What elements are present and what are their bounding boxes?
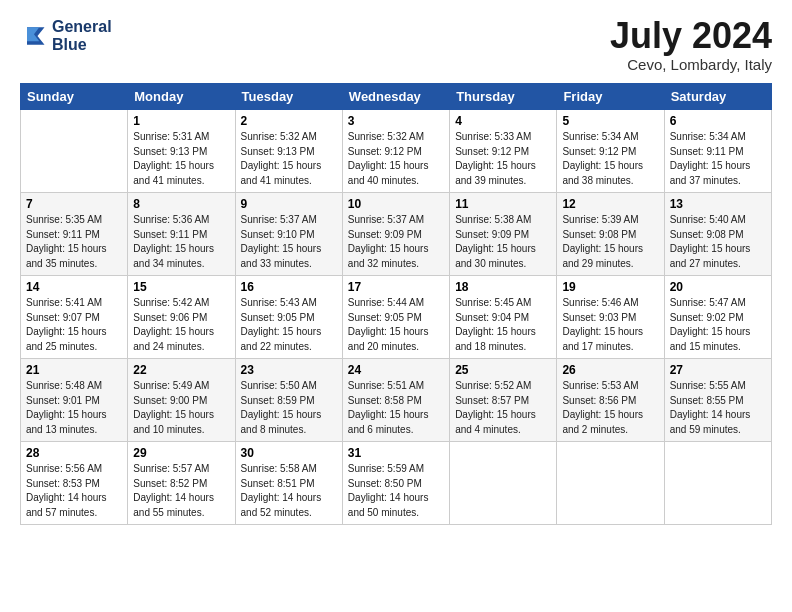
calendar-cell: 14Sunrise: 5:41 AM Sunset: 9:07 PM Dayli… (21, 276, 128, 359)
day-number: 2 (241, 114, 337, 128)
calendar-cell: 1Sunrise: 5:31 AM Sunset: 9:13 PM Daylig… (128, 110, 235, 193)
day-header-wednesday: Wednesday (342, 84, 449, 110)
day-info: Sunrise: 5:34 AM Sunset: 9:12 PM Dayligh… (562, 130, 658, 188)
day-number: 13 (670, 197, 766, 211)
day-number: 26 (562, 363, 658, 377)
day-info: Sunrise: 5:46 AM Sunset: 9:03 PM Dayligh… (562, 296, 658, 354)
day-info: Sunrise: 5:48 AM Sunset: 9:01 PM Dayligh… (26, 379, 122, 437)
day-info: Sunrise: 5:58 AM Sunset: 8:51 PM Dayligh… (241, 462, 337, 520)
calendar-cell: 16Sunrise: 5:43 AM Sunset: 9:05 PM Dayli… (235, 276, 342, 359)
day-info: Sunrise: 5:34 AM Sunset: 9:11 PM Dayligh… (670, 130, 766, 188)
calendar-cell: 26Sunrise: 5:53 AM Sunset: 8:56 PM Dayli… (557, 359, 664, 442)
calendar-cell: 28Sunrise: 5:56 AM Sunset: 8:53 PM Dayli… (21, 442, 128, 525)
day-number: 14 (26, 280, 122, 294)
calendar-cell: 6Sunrise: 5:34 AM Sunset: 9:11 PM Daylig… (664, 110, 771, 193)
day-number: 16 (241, 280, 337, 294)
calendar-cell: 7Sunrise: 5:35 AM Sunset: 9:11 PM Daylig… (21, 193, 128, 276)
calendar-cell: 4Sunrise: 5:33 AM Sunset: 9:12 PM Daylig… (450, 110, 557, 193)
day-number: 20 (670, 280, 766, 294)
calendar-cell: 15Sunrise: 5:42 AM Sunset: 9:06 PM Dayli… (128, 276, 235, 359)
day-number: 25 (455, 363, 551, 377)
day-number: 8 (133, 197, 229, 211)
day-info: Sunrise: 5:38 AM Sunset: 9:09 PM Dayligh… (455, 213, 551, 271)
calendar-cell: 20Sunrise: 5:47 AM Sunset: 9:02 PM Dayli… (664, 276, 771, 359)
day-number: 10 (348, 197, 444, 211)
day-info: Sunrise: 5:31 AM Sunset: 9:13 PM Dayligh… (133, 130, 229, 188)
calendar-cell: 30Sunrise: 5:58 AM Sunset: 8:51 PM Dayli… (235, 442, 342, 525)
day-header-friday: Friday (557, 84, 664, 110)
day-number: 7 (26, 197, 122, 211)
calendar-cell: 31Sunrise: 5:59 AM Sunset: 8:50 PM Dayli… (342, 442, 449, 525)
calendar-cell: 12Sunrise: 5:39 AM Sunset: 9:08 PM Dayli… (557, 193, 664, 276)
day-number: 5 (562, 114, 658, 128)
day-info: Sunrise: 5:59 AM Sunset: 8:50 PM Dayligh… (348, 462, 444, 520)
calendar-cell: 5Sunrise: 5:34 AM Sunset: 9:12 PM Daylig… (557, 110, 664, 193)
day-number: 27 (670, 363, 766, 377)
day-header-monday: Monday (128, 84, 235, 110)
calendar-cell: 17Sunrise: 5:44 AM Sunset: 9:05 PM Dayli… (342, 276, 449, 359)
day-info: Sunrise: 5:55 AM Sunset: 8:55 PM Dayligh… (670, 379, 766, 437)
day-number: 3 (348, 114, 444, 128)
day-number: 4 (455, 114, 551, 128)
calendar-cell: 3Sunrise: 5:32 AM Sunset: 9:12 PM Daylig… (342, 110, 449, 193)
day-info: Sunrise: 5:35 AM Sunset: 9:11 PM Dayligh… (26, 213, 122, 271)
calendar-cell: 29Sunrise: 5:57 AM Sunset: 8:52 PM Dayli… (128, 442, 235, 525)
day-info: Sunrise: 5:40 AM Sunset: 9:08 PM Dayligh… (670, 213, 766, 271)
week-row-2: 7Sunrise: 5:35 AM Sunset: 9:11 PM Daylig… (21, 193, 772, 276)
day-header-tuesday: Tuesday (235, 84, 342, 110)
week-row-4: 21Sunrise: 5:48 AM Sunset: 9:01 PM Dayli… (21, 359, 772, 442)
day-number: 29 (133, 446, 229, 460)
day-header-thursday: Thursday (450, 84, 557, 110)
day-info: Sunrise: 5:45 AM Sunset: 9:04 PM Dayligh… (455, 296, 551, 354)
calendar-cell: 18Sunrise: 5:45 AM Sunset: 9:04 PM Dayli… (450, 276, 557, 359)
day-info: Sunrise: 5:36 AM Sunset: 9:11 PM Dayligh… (133, 213, 229, 271)
day-number: 15 (133, 280, 229, 294)
day-number: 23 (241, 363, 337, 377)
day-info: Sunrise: 5:42 AM Sunset: 9:06 PM Dayligh… (133, 296, 229, 354)
logo: General Blue (20, 18, 112, 53)
day-info: Sunrise: 5:52 AM Sunset: 8:57 PM Dayligh… (455, 379, 551, 437)
day-header-saturday: Saturday (664, 84, 771, 110)
day-info: Sunrise: 5:47 AM Sunset: 9:02 PM Dayligh… (670, 296, 766, 354)
day-header-sunday: Sunday (21, 84, 128, 110)
day-info: Sunrise: 5:56 AM Sunset: 8:53 PM Dayligh… (26, 462, 122, 520)
day-info: Sunrise: 5:32 AM Sunset: 9:13 PM Dayligh… (241, 130, 337, 188)
header-row: SundayMondayTuesdayWednesdayThursdayFrid… (21, 84, 772, 110)
logo-text: General Blue (52, 18, 112, 53)
day-number: 22 (133, 363, 229, 377)
week-row-3: 14Sunrise: 5:41 AM Sunset: 9:07 PM Dayli… (21, 276, 772, 359)
day-number: 31 (348, 446, 444, 460)
calendar-cell (557, 442, 664, 525)
day-info: Sunrise: 5:39 AM Sunset: 9:08 PM Dayligh… (562, 213, 658, 271)
calendar-table: SundayMondayTuesdayWednesdayThursdayFrid… (20, 83, 772, 525)
logo-icon (20, 22, 48, 50)
week-row-1: 1Sunrise: 5:31 AM Sunset: 9:13 PM Daylig… (21, 110, 772, 193)
day-number: 1 (133, 114, 229, 128)
day-info: Sunrise: 5:49 AM Sunset: 9:00 PM Dayligh… (133, 379, 229, 437)
calendar-cell: 8Sunrise: 5:36 AM Sunset: 9:11 PM Daylig… (128, 193, 235, 276)
calendar-cell: 22Sunrise: 5:49 AM Sunset: 9:00 PM Dayli… (128, 359, 235, 442)
day-number: 11 (455, 197, 551, 211)
calendar-cell: 11Sunrise: 5:38 AM Sunset: 9:09 PM Dayli… (450, 193, 557, 276)
day-number: 24 (348, 363, 444, 377)
day-number: 19 (562, 280, 658, 294)
day-number: 30 (241, 446, 337, 460)
day-info: Sunrise: 5:43 AM Sunset: 9:05 PM Dayligh… (241, 296, 337, 354)
calendar-cell: 24Sunrise: 5:51 AM Sunset: 8:58 PM Dayli… (342, 359, 449, 442)
calendar-cell (21, 110, 128, 193)
day-number: 12 (562, 197, 658, 211)
day-info: Sunrise: 5:53 AM Sunset: 8:56 PM Dayligh… (562, 379, 658, 437)
day-number: 18 (455, 280, 551, 294)
day-info: Sunrise: 5:57 AM Sunset: 8:52 PM Dayligh… (133, 462, 229, 520)
location: Cevo, Lombardy, Italy (610, 56, 772, 73)
calendar-cell: 10Sunrise: 5:37 AM Sunset: 9:09 PM Dayli… (342, 193, 449, 276)
day-number: 6 (670, 114, 766, 128)
day-number: 28 (26, 446, 122, 460)
calendar-cell: 13Sunrise: 5:40 AM Sunset: 9:08 PM Dayli… (664, 193, 771, 276)
calendar-cell (664, 442, 771, 525)
calendar-cell: 25Sunrise: 5:52 AM Sunset: 8:57 PM Dayli… (450, 359, 557, 442)
day-number: 17 (348, 280, 444, 294)
calendar-cell: 2Sunrise: 5:32 AM Sunset: 9:13 PM Daylig… (235, 110, 342, 193)
calendar-cell: 21Sunrise: 5:48 AM Sunset: 9:01 PM Dayli… (21, 359, 128, 442)
day-number: 9 (241, 197, 337, 211)
